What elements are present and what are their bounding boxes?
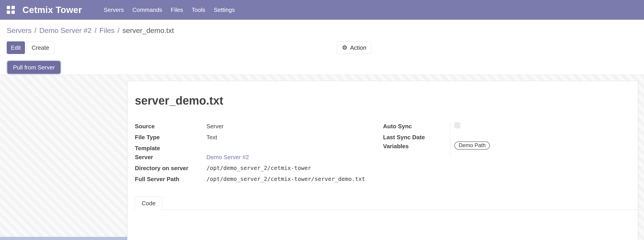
create-button[interactable]: Create bbox=[26, 41, 54, 54]
field-label: Server bbox=[135, 152, 206, 161]
field-group-left: Source Server File Type Text Template Se… bbox=[135, 121, 383, 185]
action-menu-button[interactable]: ⚙ Action bbox=[337, 41, 371, 54]
menu-item-servers[interactable]: Servers bbox=[100, 0, 128, 20]
field-value: Server bbox=[206, 121, 224, 130]
breadcrumb: Servers / Demo Server #2 / Files / serve… bbox=[7, 25, 644, 35]
field-row-template: Template bbox=[135, 143, 383, 152]
server-record-link[interactable]: Demo Server #2 bbox=[206, 152, 249, 161]
main-menu: Servers Commands Files Tools Settings bbox=[100, 0, 239, 20]
pull-from-server-button[interactable]: Pull from Server bbox=[8, 61, 60, 74]
field-label: Auto Sync bbox=[383, 121, 454, 130]
field-row-directory: Directory on server /opt/demo_server_2/c… bbox=[135, 163, 383, 174]
field-row-full-path: Full Server Path /opt/demo_server_2/cetm… bbox=[135, 174, 383, 185]
field-row-source: Source Server bbox=[135, 121, 383, 132]
action-menu-label: Action bbox=[350, 44, 366, 51]
breadcrumb-link-files[interactable]: Files bbox=[100, 26, 115, 35]
field-value: Text bbox=[206, 132, 217, 141]
field-label: File Type bbox=[135, 132, 206, 141]
field-row-auto-sync: Auto Sync bbox=[383, 121, 585, 132]
field-row-variables: Variables Demo Path bbox=[383, 141, 585, 152]
breadcrumb-separator: / bbox=[118, 26, 120, 35]
field-value: /opt/demo_server_2/cetmix-tower/server_d… bbox=[206, 174, 365, 182]
field-row-file-type: File Type Text bbox=[135, 132, 383, 143]
header-buttons-row: Pull from Server bbox=[7, 61, 644, 74]
field-row-last-sync-date: Last Sync Date bbox=[383, 132, 585, 141]
control-panel: Servers / Demo Server #2 / Files / serve… bbox=[0, 20, 644, 75]
record-title: server_demo.txt bbox=[135, 94, 638, 107]
field-label: Template bbox=[135, 143, 206, 152]
notebook-tabs: Code bbox=[135, 197, 638, 210]
menu-item-commands[interactable]: Commands bbox=[128, 0, 166, 20]
field-groups: Source Server File Type Text Template Se… bbox=[135, 121, 638, 185]
breadcrumb-link-servers[interactable]: Servers bbox=[7, 26, 32, 35]
bottom-strip bbox=[0, 237, 127, 240]
edit-button[interactable]: Edit bbox=[7, 41, 25, 54]
auto-sync-checkbox[interactable] bbox=[454, 122, 460, 128]
menu-item-tools[interactable]: Tools bbox=[187, 0, 210, 20]
app-brand[interactable]: Cetmix Tower bbox=[22, 5, 82, 15]
menu-item-files[interactable]: Files bbox=[166, 0, 187, 20]
field-label: Last Sync Date bbox=[383, 132, 454, 141]
breadcrumb-separator: / bbox=[94, 26, 96, 35]
menu-item-settings[interactable]: Settings bbox=[209, 0, 239, 20]
field-label: Variables bbox=[383, 141, 454, 150]
field-value: /opt/demo_server_2/cetmix-tower bbox=[206, 163, 311, 171]
gear-icon: ⚙ bbox=[342, 45, 347, 51]
breadcrumb-current: server_demo.txt bbox=[122, 26, 174, 35]
field-label: Full Server Path bbox=[135, 174, 206, 183]
field-row-server: Server Demo Server #2 bbox=[135, 152, 383, 163]
field-label: Directory on server bbox=[135, 163, 206, 172]
button-row: Edit Create bbox=[7, 41, 644, 54]
top-navbar: Cetmix Tower Servers Commands Files Tool… bbox=[0, 0, 644, 20]
variable-tag[interactable]: Demo Path bbox=[454, 141, 490, 149]
field-label: Source bbox=[135, 121, 206, 130]
form-sheet: server_demo.txt Source Server File Type … bbox=[127, 81, 638, 240]
breadcrumb-link-demo-server[interactable]: Demo Server #2 bbox=[39, 26, 92, 35]
field-group-right: Auto Sync Last Sync Date Variables Demo … bbox=[383, 121, 585, 152]
breadcrumb-separator: / bbox=[34, 26, 36, 35]
form-view-area: server_demo.txt Source Server File Type … bbox=[0, 75, 644, 240]
tab-code[interactable]: Code bbox=[135, 197, 162, 210]
field-value: Demo Path bbox=[454, 141, 490, 149]
apps-grid-icon[interactable] bbox=[7, 6, 15, 14]
